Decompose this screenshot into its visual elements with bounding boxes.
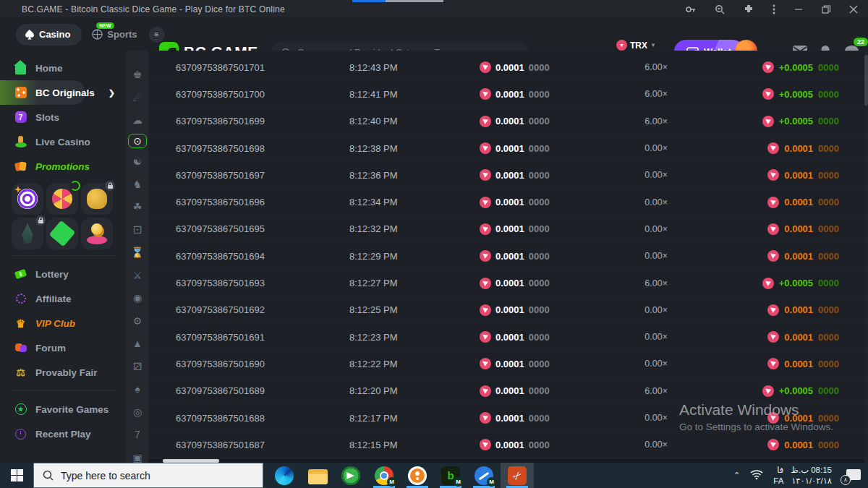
basketball-icon — [92, 29, 103, 40]
game-icon-eye[interactable]: ◉ — [131, 291, 144, 304]
game-icon-dice[interactable]: ⚀ — [131, 223, 144, 236]
sidebar-item-affiliate[interactable]: Affiliate — [0, 286, 127, 311]
bet-row[interactable]: 63709753867501700 8:12:41 PM 0.00010000 … — [148, 81, 868, 108]
game-icon-seven[interactable]: 7 — [131, 428, 144, 441]
sidebar-item-forum[interactable]: Forum — [0, 335, 127, 360]
sidebar-item-lottery[interactable]: Lottery — [0, 262, 127, 286]
bet-row[interactable]: 63709753867501694 8:12:29 PM 0.00010000 … — [148, 243, 868, 270]
sidebar-item-promotions[interactable]: Promotions — [0, 154, 127, 179]
notification-center-icon[interactable]: ۸ — [842, 468, 861, 484]
bcgame-app-icon[interactable]: bM — [434, 463, 467, 488]
trx-coin-icon — [616, 40, 627, 51]
sidebar-item-bc-originals[interactable]: BC Originals ❯ — [0, 80, 127, 105]
taskbar-search-input[interactable]: Type here to search — [33, 463, 263, 488]
bet-multiplier: 6.00× — [628, 62, 668, 72]
game-icon-crab[interactable]: ♞ — [131, 178, 144, 191]
promo-tile-grid — [12, 183, 127, 249]
sidebar-collapse-button[interactable]: ≡ — [149, 27, 165, 43]
openvpn-icon[interactable] — [401, 463, 434, 488]
sidebar-item-recent-play[interactable]: Recent Play — [0, 421, 127, 446]
bet-row[interactable]: 63709753867501689 8:12:20 PM 0.00010000 … — [148, 378, 868, 405]
trx-coin-icon — [480, 439, 491, 450]
game-icon-crown[interactable]: ♚ — [131, 68, 144, 81]
bet-row[interactable]: 63709753867501695 8:12:32 PM 0.00010000 … — [148, 216, 868, 243]
game-icon-rocket[interactable]: ▲ — [131, 337, 144, 350]
sidebar-item-vip-club[interactable]: ♛ VIP Club — [0, 311, 127, 335]
edge-icon[interactable] — [268, 463, 301, 488]
sports-tab[interactable]: NEW Sports — [92, 29, 137, 40]
piggy-bank-tile[interactable] — [81, 183, 113, 215]
sidebar-item-label: VIP Club — [35, 318, 75, 329]
snipping-tool-icon[interactable] — [501, 463, 534, 488]
chrome-icon[interactable]: M — [367, 463, 401, 488]
bet-row[interactable]: 63709753867501691 8:12:23 PM 0.00010000 … — [148, 324, 868, 351]
bet-row[interactable]: 63709753867501690 8:12:22 PM 0.00010000 … — [148, 351, 868, 377]
zoom-out-icon[interactable] — [715, 4, 725, 14]
game-icon-ufo[interactable]: ☁ — [131, 114, 144, 127]
bet-multiplier: 6.00× — [628, 386, 668, 396]
game-icon-keno[interactable]: ▣ — [131, 451, 144, 464]
sidebar-item-home[interactable]: Home — [0, 56, 127, 80]
trx-coin-icon — [480, 385, 491, 397]
game-icon-plinko[interactable]: ☘ — [131, 200, 144, 213]
trx-coin-icon — [762, 278, 774, 289]
password-key-icon[interactable] — [686, 4, 696, 14]
sidebar-item-label: Home — [35, 63, 63, 74]
bet-row[interactable]: 63709753867501701 8:12:43 PM 0.00010000 … — [148, 54, 868, 81]
bet-profit: 0.00010000 — [668, 331, 868, 343]
sidebar-item-provably-fair[interactable]: ⚖ Provably Fair — [0, 360, 127, 385]
bet-id: 63709753867501688 — [148, 413, 349, 424]
game-icon-dice-gear[interactable]: ⚂ — [131, 360, 144, 373]
price-tag-tile[interactable] — [46, 218, 78, 249]
bet-profit: 0.00010000 — [668, 223, 868, 235]
minimize-button[interactable] — [794, 5, 803, 14]
rocket-tile[interactable] — [12, 218, 43, 249]
game-icon-cards[interactable]: ♠ — [131, 382, 144, 395]
bet-amount: 0.00010000 — [480, 223, 628, 235]
sidebar-item-live-casino[interactable]: Live Casino — [0, 129, 127, 154]
file-explorer-icon[interactable] — [301, 463, 334, 488]
clock-and-language[interactable]: 08:15 ب.ظ ۱۴۰۱/۰۲/۱۸ فا FA — [773, 465, 832, 487]
start-button[interactable] — [0, 463, 33, 488]
bet-amount: 0.00010000 — [480, 142, 628, 154]
bet-row[interactable]: 63709753867501692 8:12:25 PM 0.00010000 … — [148, 297, 868, 324]
idm-icon[interactable] — [334, 463, 367, 488]
bet-profit: +0.00050000 — [668, 61, 868, 73]
coins-tile[interactable] — [81, 218, 113, 249]
bet-row[interactable]: 63709753867501687 8:12:15 PM 0.00010000 … — [148, 432, 868, 458]
bet-row[interactable]: 63709753867501697 8:12:36 PM 0.00010000 … — [148, 162, 868, 189]
sidebar-divider — [10, 255, 116, 256]
game-icon-ring[interactable]: ◎ — [131, 406, 144, 419]
sidebar-item-favorite-games[interactable]: ★ Favorite Games — [0, 397, 127, 421]
game-icon-bomb[interactable]: ☄ — [131, 91, 144, 104]
casino-tab[interactable]: Casino — [16, 24, 82, 46]
extensions-puzzle-icon[interactable] — [744, 4, 754, 14]
game-icon-sword[interactable]: ⚔ — [131, 269, 144, 282]
bet-id: 63709753867501690 — [148, 359, 349, 369]
dart-game-tile[interactable] — [12, 183, 43, 215]
game-icon-coins[interactable]: ☯ — [131, 155, 144, 168]
sidebar-item-slots[interactable]: 7 Slots — [0, 105, 127, 129]
game-icon-classic-dice[interactable]: ⊙ — [131, 134, 144, 147]
bet-row[interactable]: 63709753867501688 8:12:17 PM 0.00010000 … — [148, 405, 868, 432]
bet-row[interactable]: 63709753867501693 8:12:27 PM 0.00010000 … — [148, 270, 868, 296]
sidebar-item-label: Forum — [35, 343, 66, 354]
active-game-highlight[interactable]: ⊙ — [128, 134, 147, 148]
lottery-ticket-icon — [14, 268, 27, 281]
restore-button[interactable] — [822, 5, 830, 14]
game-icon-timer[interactable]: ⌛ — [131, 246, 144, 259]
game-icon-car[interactable]: ⚙ — [131, 314, 144, 328]
vertical-scrollbar[interactable] — [864, 51, 868, 463]
tray-expand-icon[interactable]: ⌃ — [733, 471, 740, 480]
bet-row[interactable]: 63709753867501699 8:12:40 PM 0.00010000 … — [148, 108, 868, 135]
bet-row[interactable]: 63709753867501696 8:12:34 PM 0.00010000 … — [148, 189, 868, 215]
browser-menu-icon[interactable] — [773, 4, 775, 14]
close-button[interactable] — [849, 5, 858, 14]
main-sidebar: Home BC Originals ❯ 7 Slots Live Casino … — [0, 51, 127, 463]
bet-row[interactable]: 63709753867501698 8:12:38 PM 0.00010000 … — [148, 135, 868, 162]
bet-amount: 0.00010000 — [480, 61, 628, 73]
spin-wheel-tile[interactable] — [46, 183, 78, 215]
messenger-icon[interactable]: M — [467, 463, 501, 488]
wifi-icon[interactable] — [750, 469, 763, 482]
bet-id: 63709753867501699 — [148, 116, 349, 127]
